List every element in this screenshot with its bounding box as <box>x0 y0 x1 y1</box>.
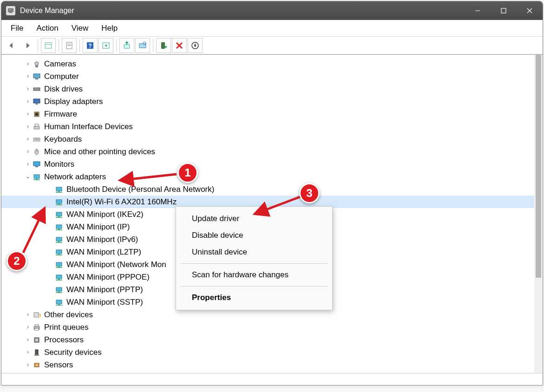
close-button[interactable] <box>517 1 543 20</box>
action-button[interactable] <box>98 38 113 53</box>
svg-rect-14 <box>124 45 130 48</box>
tree-category-disk-drives[interactable]: ›Disk drives <box>1 83 534 95</box>
security-icon <box>32 348 41 357</box>
menu-action[interactable]: Action <box>30 22 65 35</box>
tree-device-item[interactable]: ›Bluetooth Device (Personal Area Network… <box>1 183 534 196</box>
context-menu: Update driver Disable device Uninstall d… <box>176 206 333 310</box>
tree-category-other-devices[interactable]: ›?Other devices <box>1 308 534 321</box>
tree-category-firmware[interactable]: ›Firmware <box>1 108 534 120</box>
chevron-right-icon[interactable]: › <box>24 359 32 371</box>
tree-category-network-adapters[interactable]: ⌄Network adapters <box>1 170 534 183</box>
tree-category-print-queues[interactable]: ›Print queues <box>1 321 534 333</box>
tree-category-processors[interactable]: ›Processors <box>1 333 534 346</box>
svg-rect-79 <box>35 350 38 354</box>
chevron-right-icon[interactable]: › <box>24 333 32 346</box>
chevron-right-icon[interactable]: › <box>24 70 32 83</box>
tree-device-label: WAN Miniport (PPTP) <box>66 283 143 296</box>
chevron-right-icon[interactable]: › <box>24 108 32 120</box>
computer-icon <box>32 72 41 81</box>
chevron-right-icon[interactable]: › <box>24 145 32 158</box>
hid-icon <box>32 123 41 131</box>
svg-rect-29 <box>35 113 38 116</box>
chevron-right-icon[interactable]: › <box>24 346 32 359</box>
chevron-right-icon[interactable]: › <box>24 83 32 95</box>
tree-device-label: WAN Miniport (IPv6) <box>66 233 138 246</box>
svg-rect-22 <box>33 74 40 78</box>
vertical-scrollbar[interactable] <box>534 55 543 373</box>
tree-category-label: Security devices <box>44 346 102 359</box>
tree-category-security-devices[interactable]: ›Security devices <box>1 346 534 359</box>
properties-button[interactable] <box>62 38 77 53</box>
svg-text:?: ? <box>88 43 92 49</box>
cm-update-driver[interactable]: Update driver <box>176 210 332 227</box>
display-icon <box>32 98 41 106</box>
svg-rect-72 <box>34 313 39 317</box>
svg-rect-57 <box>56 250 62 254</box>
chevron-right-icon[interactable]: › <box>24 120 32 133</box>
cm-properties[interactable]: Properties <box>176 289 332 306</box>
svg-rect-21 <box>35 65 38 67</box>
help-button[interactable]: ? <box>83 38 98 53</box>
maximize-button[interactable] <box>491 1 517 20</box>
titlebar[interactable]: Device Manager <box>1 1 543 20</box>
update-driver-button[interactable] <box>119 38 134 53</box>
tree-category-hid[interactable]: ›Human Interface Devices <box>1 120 534 133</box>
network-adapter-icon <box>54 210 64 219</box>
cpu-icon <box>32 336 41 344</box>
svg-rect-69 <box>56 300 62 304</box>
printer-icon <box>32 323 41 332</box>
uninstall-device-button[interactable] <box>172 38 187 53</box>
svg-rect-42 <box>56 187 62 191</box>
cm-uninstall-device[interactable]: Uninstall device <box>176 244 332 261</box>
svg-rect-6 <box>45 43 52 48</box>
menu-view[interactable]: View <box>65 22 95 35</box>
chevron-right-icon[interactable]: › <box>24 133 32 145</box>
tree-category-label: Firmware <box>44 108 77 120</box>
tree-category-mice[interactable]: ›Mice and other pointing devices <box>1 145 534 158</box>
svg-text:?: ? <box>39 314 41 319</box>
svg-rect-51 <box>56 225 62 229</box>
chevron-right-icon[interactable]: › <box>24 95 32 108</box>
forward-button[interactable] <box>20 38 35 53</box>
enable-device-button[interactable] <box>156 38 171 53</box>
svg-rect-0 <box>8 9 13 12</box>
svg-rect-17 <box>161 42 165 49</box>
device-manager-window: Device Manager File Action View Help ? ›… <box>1 1 543 385</box>
tree-category-label: Human Interface Devices <box>44 120 133 133</box>
tree-category-keyboards[interactable]: ›Keyboards <box>1 133 534 145</box>
cm-disable-device[interactable]: Disable device <box>176 227 332 244</box>
tree-category-label: Disk drives <box>44 83 83 95</box>
tree-category-display-adapters[interactable]: ›Display adapters <box>1 95 534 108</box>
network-adapter-icon <box>54 286 64 294</box>
tree-category-label: Other devices <box>44 308 93 321</box>
chevron-right-icon[interactable]: › <box>24 308 32 321</box>
tree-category-monitors[interactable]: ›Monitors <box>1 158 534 170</box>
tree-category-sensors[interactable]: ›Sensors <box>1 359 534 371</box>
show-hide-tree-button[interactable] <box>41 38 56 53</box>
menu-help[interactable]: Help <box>95 22 124 35</box>
minimize-button[interactable] <box>465 1 491 20</box>
tree-category-label: Monitors <box>44 158 74 170</box>
svg-rect-66 <box>56 287 62 291</box>
chevron-down-icon[interactable]: ⌄ <box>24 170 32 183</box>
chevron-right-icon[interactable]: › <box>24 321 32 333</box>
network-adapter-icon <box>54 198 64 206</box>
cm-separator <box>181 263 328 264</box>
window-title: Device Manager <box>20 7 465 15</box>
chevron-right-icon[interactable]: › <box>24 158 32 170</box>
network-adapter-icon <box>54 235 64 244</box>
tree-category-cameras[interactable]: ›Cameras <box>1 58 534 70</box>
svg-rect-27 <box>36 104 38 105</box>
chevron-right-icon[interactable]: › <box>24 58 32 70</box>
app-icon <box>6 6 15 15</box>
scrollbar-thumb[interactable] <box>536 55 541 278</box>
scan-hardware-button[interactable] <box>135 38 150 53</box>
disable-device-button[interactable] <box>188 38 203 53</box>
menu-file[interactable]: File <box>4 22 30 35</box>
svg-rect-30 <box>34 126 39 129</box>
tree-category-computer[interactable]: ›Computer <box>1 70 534 83</box>
tree-category-label: Network adapters <box>44 170 106 183</box>
back-button[interactable] <box>4 38 19 53</box>
cm-scan-hardware[interactable]: Scan for hardware changes <box>176 267 332 283</box>
svg-rect-48 <box>56 212 62 216</box>
